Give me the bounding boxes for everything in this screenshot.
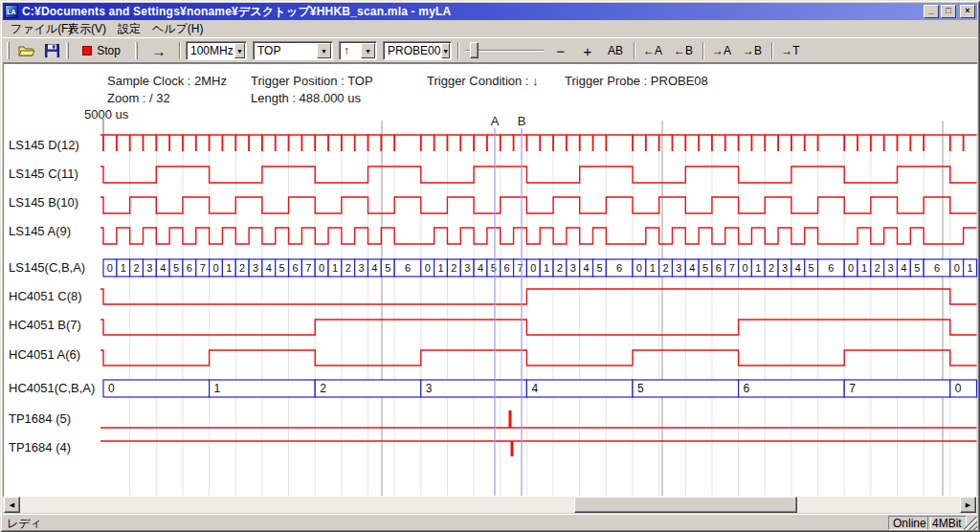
scroll-left-button[interactable]: ◀ [4, 497, 20, 513]
goto-cursor-b-left-button[interactable]: ←B [669, 41, 698, 60]
menu-bar: ファイル(F) 表示(V) 設定 ヘルプ(H) [3, 20, 977, 37]
probe-select[interactable]: PROBE00 ▼ [383, 41, 452, 60]
maximize-button[interactable]: □ [941, 5, 956, 18]
resize-grip[interactable] [964, 517, 977, 530]
toolbar-separator [457, 42, 459, 59]
info-zoom: Zoom : / 32 [107, 91, 170, 105]
status-ready: レディ [7, 516, 42, 532]
zoom-out-button[interactable]: − [549, 41, 572, 60]
zoom-in-button[interactable]: + [576, 41, 599, 60]
toolbar-separator [771, 42, 773, 59]
trigger-edge-select[interactable]: ↑ ▼ [339, 41, 377, 60]
trigger-edge-value: ↑ [340, 44, 360, 57]
channel-label-ls145-d: LS145 D(12) [9, 138, 79, 152]
toolbar-separator [702, 42, 704, 59]
channel-label-hc4051-c: HC4051 C(8) [9, 289, 82, 303]
menu-view[interactable]: 表示(V) [64, 21, 110, 36]
trigger-position-select[interactable]: TOP ▼ [253, 41, 333, 60]
save-button[interactable] [40, 41, 63, 60]
open-button[interactable] [15, 41, 38, 60]
title-bar[interactable]: LA C:¥Documents and Settings¥noname¥デスクト… [3, 3, 977, 20]
goto-cursor-b-right-button[interactable]: →B [738, 41, 767, 60]
status-memory-badge: 4MBit [927, 516, 967, 530]
scrollbar-thumb[interactable] [574, 497, 797, 513]
info-length: Length : 488.000 us [251, 91, 361, 105]
channel-label-ls145-c: LS145 C(11) [9, 166, 78, 181]
close-button[interactable]: × [960, 5, 975, 18]
window-title: C:¥Documents and Settings¥noname¥デスクトップ¥… [22, 4, 922, 20]
channel-label-ls145-b: LS145 B(10) [9, 195, 78, 210]
status-online-badge: Online [888, 516, 931, 530]
info-trigger-probe: Trigger Probe : PROBE08 [565, 74, 708, 88]
channel-label-tp1684-5: TP1684 (5) [9, 411, 71, 426]
chevron-down-icon[interactable]: ▼ [361, 43, 375, 58]
app-icon: LA [5, 5, 18, 18]
goto-cursor-a-right-button[interactable]: →A [707, 41, 736, 60]
chevron-down-icon[interactable]: ▼ [317, 43, 331, 58]
chevron-down-icon[interactable]: ▼ [234, 43, 245, 58]
toolbar-grip[interactable] [66, 42, 69, 59]
toolbar-separator [634, 42, 635, 59]
waveform-pane [3, 63, 977, 497]
open-folder-icon [18, 44, 35, 57]
app-window: LA C:¥Documents and Settings¥noname¥デスクト… [0, 0, 980, 532]
probe-value: PROBE00 [384, 44, 440, 57]
stop-button[interactable]: Stop [74, 41, 129, 60]
info-trigger-condition: Trigger Condition : ↓ [427, 74, 539, 88]
info-trigger-position: Trigger Position : TOP [251, 74, 373, 88]
floppy-disk-icon [45, 44, 59, 57]
trigger-position-value: TOP [254, 44, 316, 57]
zoom-slider-thumb[interactable] [470, 42, 479, 58]
channel-label-hc4051-b: HC4051 B(7) [9, 318, 81, 332]
channel-label-hc4051-a: HC4051 A(6) [9, 347, 80, 362]
scroll-right-button[interactable]: ▶ [960, 497, 976, 513]
timebase-label: 5000 us [84, 107, 128, 122]
toolbar-grip[interactable] [7, 42, 10, 59]
horizontal-scrollbar[interactable]: ◀ ▶ [3, 497, 977, 513]
goto-cursor-a-left-button[interactable]: ←A [638, 41, 667, 60]
sample-clock-select[interactable]: 100MHz ▼ [186, 41, 247, 60]
chevron-down-icon[interactable]: ▼ [441, 43, 450, 58]
channel-label-tp1684-4: TP1684 (4) [9, 440, 71, 454]
toolbar-separator [179, 42, 181, 59]
zoom-ab-button[interactable]: AB [603, 41, 628, 60]
info-sample-clock: Sample Clock : 2MHz [107, 74, 227, 88]
status-bar: レディ Online 4MBit [3, 514, 977, 530]
single-run-button[interactable]: → [143, 41, 175, 60]
channel-label-ls145-bus: LS145(C,B,A) [9, 260, 85, 275]
channel-label-hc4051-bus: HC4051(C,B,A) [9, 381, 95, 395]
toolbar-grip[interactable] [135, 42, 138, 59]
channel-label-ls145-a: LS145 A(9) [9, 224, 71, 238]
menu-settings[interactable]: 設定 [114, 21, 145, 36]
stop-icon [82, 46, 92, 55]
stop-label: Stop [97, 44, 121, 57]
menu-help[interactable]: ヘルプ(H) [148, 21, 208, 36]
sample-clock-value: 100MHz [187, 44, 234, 57]
minimize-button[interactable]: _ [924, 5, 939, 18]
goto-trigger-button[interactable]: →T [776, 41, 805, 60]
toolbar: Stop → 100MHz ▼ TOP ▼ ↑ ▼ PROBE00 ▼ − + … [3, 37, 977, 63]
